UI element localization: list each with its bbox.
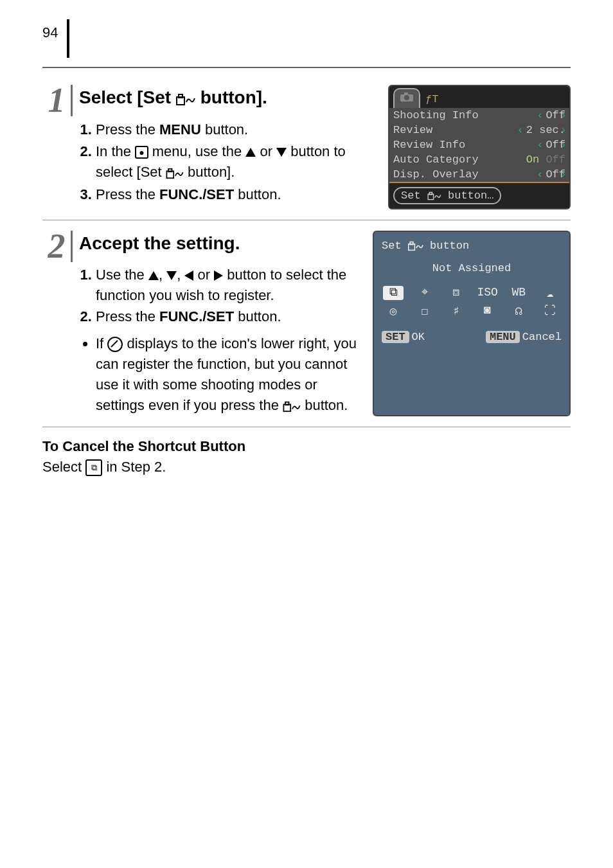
svg-rect-5 [404, 93, 408, 95]
prohibited-icon [107, 337, 123, 352]
s2-icons-row-2: ◎ ☐ ♯ ◙ ☊ ⛶ [382, 304, 562, 318]
print-share-icon [166, 163, 184, 183]
cancel-shortcut-heading: To Cancel the Shortcut Button [42, 438, 245, 454]
print-share-icon [176, 85, 195, 112]
right-arrow-icon [214, 270, 223, 281]
svg-rect-10 [285, 402, 289, 405]
svg-rect-3 [168, 169, 172, 172]
camera-menu-screenshot: ƒT Shooting Info‹Off› Review‹2 sec.› Rev… [388, 85, 571, 209]
menu-row-review-info: Review Info‹Off› [389, 137, 569, 152]
s2-cancel: MENUCancel [486, 331, 562, 343]
rec-tab-icon [393, 88, 420, 108]
up-arrow-icon [245, 148, 256, 157]
camera-icon: ● [135, 146, 148, 159]
s2-icon: ⌖ [414, 286, 435, 300]
step-2-item-2: Press the FUNC./SET button. [96, 306, 359, 327]
shortcut-off-icon: ⧉ [85, 459, 102, 476]
tools-tab-icon: ƒT [422, 91, 442, 108]
s2-icons-row-1: ⧉ ⌖ ⧈ ISO WB ☁ [382, 286, 562, 300]
step-2: 2 Accept the setting. Use the , , or but… [42, 220, 571, 427]
s2-heading: Set button [382, 240, 562, 252]
print-share-icon [408, 240, 423, 252]
s2-icon: ◎ [383, 304, 404, 318]
step-1-item-3: Press the FUNC./SET button. [96, 184, 374, 205]
step-2-item-1: Use the , , or button to select the func… [96, 265, 359, 306]
menu-row-shooting-info: Shooting Info‹Off› [389, 108, 569, 123]
svg-rect-8 [429, 192, 432, 195]
s2-icon: ◙ [477, 304, 497, 318]
down-arrow-icon [166, 271, 177, 280]
up-arrow-icon [148, 271, 159, 280]
section-rule [42, 67, 571, 68]
s2-icon: ISO [477, 286, 497, 300]
s2-icon: ♯ [446, 304, 466, 318]
step-2-number: 2 [42, 231, 73, 262]
step-1-item-2: In the ● menu, use the or button to sele… [96, 141, 374, 183]
print-share-icon [283, 396, 301, 416]
s2-icon: ☁ [540, 286, 560, 300]
svg-rect-12 [410, 242, 413, 244]
step-2-title: Accept the setting. [79, 231, 359, 257]
s2-icon: ⧉ [383, 286, 404, 300]
down-arrow-icon [276, 148, 287, 157]
menu-row-review: Review‹2 sec.› [389, 123, 569, 137]
s2-ok: SETOK [382, 331, 425, 343]
s2-icon: WB [508, 286, 529, 300]
step-1-title: Select [Set button]. [79, 85, 374, 112]
s2-icon: ☊ [508, 304, 529, 318]
cancel-shortcut-section: To Cancel the Shortcut Button Select ⧉ i… [42, 436, 571, 477]
svg-rect-1 [179, 94, 182, 98]
step-1-number: 1 [42, 85, 73, 116]
set-button-screenshot: Set button Not Assigned ⧉ ⌖ ⧈ ISO WB ☁ ◎… [373, 231, 571, 416]
svg-point-6 [404, 95, 409, 100]
left-arrow-icon [184, 270, 193, 281]
s2-icon: ☐ [414, 304, 435, 318]
menu-row-auto-category: Auto CategoryOn Off [389, 152, 569, 167]
menu-row-disp-overlay: Disp. Overlay‹Off› [389, 167, 569, 183]
s2-icon: ⛶ [540, 304, 560, 318]
step-1: 1 Select [Set button]. Press the MENU bu… [42, 75, 571, 220]
page-number: 94 [42, 24, 58, 41]
step-2-bullet: If displays to the icon's lower right, y… [96, 333, 359, 416]
s2-status: Not Assigned [382, 262, 562, 274]
step-1-item-1: Press the MENU button. [96, 120, 374, 140]
header-divider [67, 19, 69, 58]
menu-row-set-button: Set button… [393, 187, 501, 204]
s2-icon: ⧈ [446, 286, 466, 300]
print-share-icon [427, 190, 441, 202]
